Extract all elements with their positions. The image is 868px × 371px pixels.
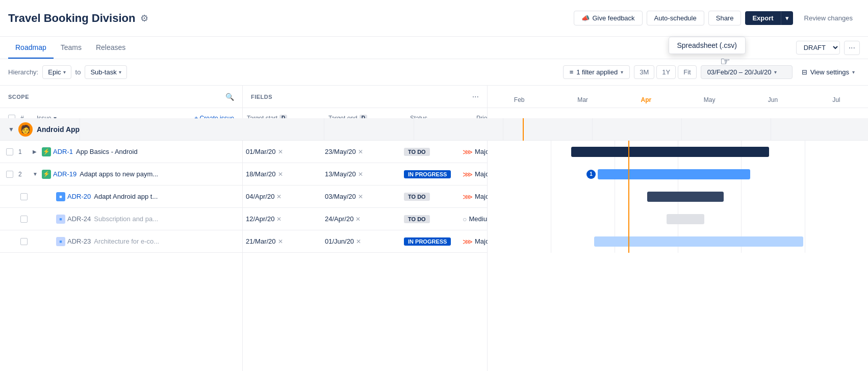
clear-end-1[interactable]: ✕ xyxy=(358,148,363,155)
view-settings-button[interactable]: ⊟ View settings ▾ xyxy=(797,66,860,78)
spreadsheet-dropdown[interactable]: Spreadsheet (.csv) xyxy=(669,37,746,54)
target-end-2[interactable]: 13/May/20 ✕ xyxy=(325,170,404,178)
group-chevron-icon[interactable]: ▼ xyxy=(8,126,14,133)
to-label: to xyxy=(75,68,81,76)
target-start-2[interactable]: 18/Mar/20 ✕ xyxy=(246,170,325,178)
toolbar: Hierarchy: Epic ▾ to Sub-task ▾ ≡ 1 filt… xyxy=(0,59,868,86)
clear-start-4[interactable]: ✕ xyxy=(276,216,282,223)
clear-end-4[interactable]: ✕ xyxy=(355,216,361,223)
clear-end-3[interactable]: ✕ xyxy=(358,193,363,200)
search-button[interactable]: 🔍 xyxy=(225,93,234,101)
status-cell-1[interactable]: TO DO xyxy=(404,148,463,155)
issue-icon-3: ■ xyxy=(56,192,65,201)
date-range-button[interactable]: 03/Feb/20 – 20/Jul/20 ▾ xyxy=(701,65,793,79)
sliders-icon: ⊟ xyxy=(802,68,807,76)
row-checkbox-3[interactable] xyxy=(20,193,28,200)
clear-start-3[interactable]: ✕ xyxy=(276,193,282,200)
issue-icon-5: ■ xyxy=(56,237,65,246)
row-expand-2[interactable]: ▼ xyxy=(33,171,40,177)
status-cell-2[interactable]: IN PROGRESS xyxy=(404,170,463,178)
status-cell-3[interactable]: TO DO xyxy=(404,193,463,200)
status-badge-4: TO DO xyxy=(404,215,430,223)
issue-id-1[interactable]: ADR-1 xyxy=(53,148,73,155)
priority-icon-2: ⋙ xyxy=(463,170,473,178)
priority-icon-5: ⋙ xyxy=(463,237,473,246)
clear-start-2[interactable]: ✕ xyxy=(278,171,283,178)
priority-cell-4: ○ Medium ▾ xyxy=(463,215,491,223)
header-actions: 📣 Give feedback Auto-schedule Share Expo… xyxy=(574,11,860,25)
chevron-down-icon-5: ▾ xyxy=(852,69,855,75)
issue-id-3[interactable]: ADR-20 xyxy=(67,193,91,200)
gantt-month-headers: Feb Mar Apr May Jun Jul xyxy=(488,86,868,108)
autoschedule-button[interactable]: Auto-schedule xyxy=(647,11,704,25)
row-checkbox-2[interactable] xyxy=(6,171,13,178)
export-button-group: Export ▾ xyxy=(745,11,793,25)
table-row: ■ ADR-20 Adapt Android app t... 04/Apr/2… xyxy=(0,186,868,208)
1y-button[interactable]: 1Y xyxy=(656,65,676,79)
fields-cell-4: 12/Apr/20 ✕ 24/Apr/20 ✕ TO DO ○ Medium ▾ xyxy=(243,208,488,230)
status-badge-5: IN PROGRESS xyxy=(404,237,451,246)
issue-icon-4: ■ xyxy=(56,215,65,224)
row-checkbox-4[interactable] xyxy=(20,216,28,223)
app-title: Travel Booking Division xyxy=(8,12,135,25)
target-start-1[interactable]: 01/Mar/20 ✕ xyxy=(246,148,325,155)
filter-button[interactable]: ≡ 1 filter applied ▾ xyxy=(563,65,630,79)
row-num-1: 1 xyxy=(18,148,33,155)
issue-title-2: Adapt apps to new paym... xyxy=(80,170,158,178)
review-changes-button[interactable]: Review changes xyxy=(797,11,860,25)
row-expand-1[interactable]: ▶ xyxy=(33,149,40,154)
share-button[interactable]: Share xyxy=(708,11,742,25)
fields-more-button[interactable]: ··· xyxy=(472,92,479,101)
hierarchy-from-select[interactable]: Epic ▾ xyxy=(42,65,71,79)
priority-cell-3: ⋙ Major ▾ xyxy=(463,193,491,201)
target-start-3[interactable]: 04/Apr/20 ✕ xyxy=(246,193,325,200)
row-checkbox-1[interactable] xyxy=(6,148,13,155)
month-jun: Jun xyxy=(741,96,804,103)
status-cell-5[interactable]: IN PROGRESS xyxy=(404,237,463,245)
target-end-5[interactable]: 01/Jun/20 ✕ xyxy=(325,237,404,245)
target-end-4[interactable]: 24/Apr/20 ✕ xyxy=(325,215,404,223)
settings-icon[interactable]: ⚙ xyxy=(140,13,148,24)
tab-roadmap[interactable]: Roadmap xyxy=(8,37,54,59)
clear-start-5[interactable]: ✕ xyxy=(278,238,283,245)
export-dropdown-button[interactable]: ▾ xyxy=(781,11,793,25)
gantt-bar-4[interactable] xyxy=(667,214,705,224)
target-start-4[interactable]: 12/Apr/20 ✕ xyxy=(246,215,325,223)
export-main-button[interactable]: Export xyxy=(745,11,780,25)
cursor-pointer-icon: ☞ xyxy=(720,55,730,68)
target-start-5[interactable]: 21/Mar/20 ✕ xyxy=(246,237,325,245)
clear-start-1[interactable]: ✕ xyxy=(278,148,283,155)
status-cell-4[interactable]: TO DO xyxy=(404,215,463,223)
gantt-cell-2: 1 xyxy=(488,163,868,186)
fit-button[interactable]: Fit xyxy=(678,65,696,79)
gantt-bar-2[interactable] xyxy=(598,169,750,179)
issue-id-2[interactable]: ADR-19 xyxy=(53,170,76,178)
gantt-bar-1[interactable] xyxy=(571,147,769,157)
tab-releases[interactable]: Releases xyxy=(89,37,133,59)
target-end-3[interactable]: 03/May/20 ✕ xyxy=(325,193,404,200)
scope-cell-1: 1 ▶ ⚡ ADR-1 App Basics - Android xyxy=(0,141,243,163)
clear-end-5[interactable]: ✕ xyxy=(356,238,361,245)
clear-end-2[interactable]: ✕ xyxy=(358,171,363,178)
table-row: ■ ADR-23 Architecture for e-co... 21/Mar… xyxy=(0,230,868,253)
tab-teams[interactable]: Teams xyxy=(54,37,89,59)
feedback-button[interactable]: 📣 Give feedback xyxy=(574,11,643,25)
status-badge-2: IN PROGRESS xyxy=(404,170,451,178)
row-num-2: 2 xyxy=(18,171,33,178)
issue-id-4[interactable]: ADR-24 xyxy=(67,215,91,223)
more-options-button[interactable]: ··· xyxy=(844,41,860,55)
status-badge-1: TO DO xyxy=(404,148,430,156)
priority-icon-3: ⋙ xyxy=(463,193,473,201)
draft-select[interactable]: DRAFT xyxy=(796,41,840,55)
scope-cell-4: ■ ADR-24 Subscription and pa... xyxy=(0,208,243,230)
gantt-bar-5[interactable] xyxy=(594,236,803,247)
target-end-1[interactable]: 23/May/20 ✕ xyxy=(325,148,404,155)
gantt-bar-3[interactable] xyxy=(647,192,723,202)
priority-icon-1: ⋙ xyxy=(463,148,473,156)
3m-button[interactable]: 3M xyxy=(634,65,654,79)
issue-id-5[interactable]: ADR-23 xyxy=(67,237,91,245)
issue-title-3: Adapt Android app t... xyxy=(94,193,158,200)
priority-cell-1: ⋙ Major ▾ xyxy=(463,148,491,156)
hierarchy-to-select[interactable]: Sub-task ▾ xyxy=(85,65,126,79)
row-checkbox-5[interactable] xyxy=(20,238,28,245)
